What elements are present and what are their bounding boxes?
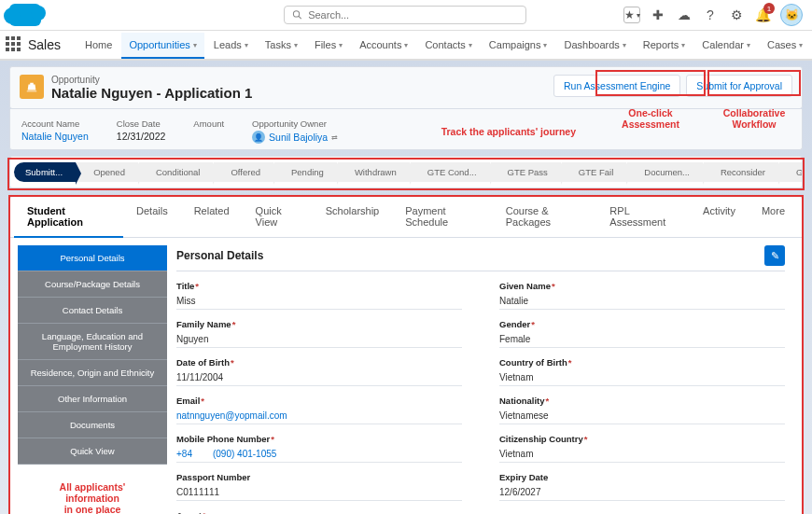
- form-area: Personal Details ✎ Title* Miss Given Nam…: [167, 245, 794, 514]
- user-avatar[interactable]: 🐱: [780, 4, 803, 26]
- salesforce-logo-icon: [9, 4, 41, 26]
- field-mobile: Mobile Phone Number* +84(090) 401-1055: [176, 434, 462, 463]
- path-stage-submitted[interactable]: Submitt...: [14, 162, 77, 182]
- tab-more[interactable]: More: [749, 197, 798, 237]
- record-header: Opportunity Natalie Nguyen - Application…: [9, 66, 803, 109]
- tab-quick-view[interactable]: Quick View: [243, 197, 313, 237]
- nav-campaigns[interactable]: Campaigns▾: [482, 33, 555, 57]
- field-gender: Gender* Female: [499, 319, 785, 348]
- tab-scholarship[interactable]: Scholarship: [313, 197, 392, 237]
- side-other-info[interactable]: Other Information: [18, 386, 167, 412]
- side-documents[interactable]: Documents: [18, 412, 167, 438]
- annotation-oneclick: One-click Assessment: [609, 107, 693, 130]
- annotation-allinfo: All applicants' information in one place: [18, 465, 167, 514]
- tab-details[interactable]: Details: [123, 197, 181, 237]
- side-personal-details[interactable]: Personal Details: [18, 245, 167, 271]
- side-quick-view[interactable]: Quick View: [18, 438, 167, 465]
- nav-home[interactable]: Home: [77, 33, 119, 57]
- change-owner-icon[interactable]: ⇄: [331, 133, 338, 142]
- path-stage-withdrawn[interactable]: Withdrawn: [338, 162, 411, 182]
- page-container: Opportunity Natalie Nguyen - Application…: [0, 61, 812, 514]
- cloud-icon[interactable]: ☁: [676, 7, 693, 23]
- nav-files[interactable]: Files▾: [307, 33, 350, 57]
- nav-accounts[interactable]: Accounts▾: [352, 33, 415, 57]
- record-header-wrap: Opportunity Natalie Nguyen - Application…: [9, 66, 803, 150]
- add-button[interactable]: ✚: [650, 7, 666, 23]
- svg-point-0: [293, 11, 299, 17]
- email-link[interactable]: natnnguyen@yopmail.com: [176, 408, 462, 424]
- record-name: Natalie Nguyen - Application 1: [51, 85, 252, 101]
- nav-dashboards[interactable]: Dashboards▾: [556, 33, 633, 57]
- path-stage-documen[interactable]: Documen...: [627, 162, 704, 182]
- detail-body: Personal Details Course/Package Details …: [10, 238, 802, 514]
- nav-opportunities[interactable]: Opportunities▾: [121, 33, 203, 59]
- tab-activity[interactable]: Activity: [690, 197, 749, 237]
- field-owner: Opportunity Owner 👤 Sunil Bajoliya ⇄: [252, 118, 338, 144]
- app-name: Sales: [28, 37, 61, 52]
- tab-related[interactable]: Related: [181, 197, 243, 237]
- path-stage-conditional[interactable]: Conditional: [139, 162, 215, 182]
- nav-calendar[interactable]: Calendar▾: [694, 33, 758, 57]
- field-amount: Amount: [193, 118, 224, 144]
- nav-items: Home Opportunities▾ Leads▾ Tasks▾ Files▾…: [77, 27, 812, 63]
- path-stage-gtefail[interactable]: GTE Fail: [562, 162, 627, 182]
- field-passport: Passport Number C0111111: [176, 472, 462, 501]
- global-search[interactable]: [284, 6, 526, 24]
- phone-cc[interactable]: +84: [176, 449, 192, 459]
- side-course-package[interactable]: Course/Package Details: [18, 271, 167, 298]
- record-type: Opportunity: [51, 75, 252, 85]
- field-citizenship: Citizenship Country* Vietnam: [499, 434, 785, 463]
- field-family-name: Family Name* Nguyen: [176, 319, 462, 348]
- opportunity-icon: [20, 75, 44, 99]
- nav-contacts[interactable]: Contacts▾: [417, 33, 479, 57]
- header-utilities: ★▾ ✚ ☁ ? ⚙ 🔔1 🐱: [623, 4, 803, 26]
- field-account-name: Account Name Natalie Nguyen: [21, 118, 89, 144]
- submit-approval-button[interactable]: Submit for Approval: [686, 75, 792, 97]
- owner-link[interactable]: Sunil Bajoliya: [269, 132, 328, 143]
- side-language-education[interactable]: Language, Education and Employment Histo…: [18, 324, 167, 360]
- annotation-journey: Track the applicants' journey: [441, 126, 576, 137]
- form-grid: Title* Miss Given Name* Natalie Family N…: [176, 281, 785, 514]
- field-email: Email* natnnguyen@yopmail.com: [176, 396, 462, 424]
- side-residence-origin[interactable]: Residence, Origin and Ethnicity: [18, 360, 167, 386]
- tab-payment-schedule[interactable]: Payment Schedule: [392, 197, 492, 237]
- edit-form-button[interactable]: ✎: [764, 245, 785, 266]
- record-title-block: Opportunity Natalie Nguyen - Application…: [51, 75, 252, 101]
- app-launcher-icon[interactable]: [6, 36, 21, 53]
- tab-course-packages[interactable]: Course & Packages: [493, 197, 597, 237]
- app-nav-bar: Sales Home Opportunities▾ Leads▾ Tasks▾ …: [0, 31, 812, 61]
- record-tabs: Student Application Details Related Quic…: [10, 197, 802, 238]
- search-input[interactable]: [308, 9, 518, 21]
- field-expiry: Expiry Date 12/6/2027: [499, 472, 785, 501]
- notification-badge: 1: [763, 3, 775, 14]
- nav-reports[interactable]: Reports▾: [636, 33, 693, 57]
- search-icon: [292, 9, 302, 21]
- notifications-bell-icon[interactable]: 🔔1: [754, 7, 771, 23]
- field-close-date: Close Date 12/31/2022: [117, 118, 166, 144]
- path-stage-offered[interactable]: Offered: [214, 162, 274, 182]
- field-dob: Date of Birth* 11/11/2004: [176, 357, 462, 386]
- nav-leads[interactable]: Leads▾: [206, 33, 256, 57]
- nav-cases[interactable]: Cases▾: [760, 33, 810, 57]
- header-actions: Run Assessment Engine Submit for Approva…: [553, 75, 792, 97]
- detail-panel: Student Application Details Related Quic…: [9, 196, 803, 514]
- path-stage-opened[interactable]: Opened: [77, 162, 139, 182]
- side-contact-details[interactable]: Contact Details: [18, 298, 167, 324]
- field-given-name: Given Name* Natalie: [499, 281, 785, 310]
- tab-rpl-assessment[interactable]: RPL Assessment: [596, 197, 690, 237]
- favorites-button[interactable]: ★▾: [623, 7, 640, 23]
- path-component: Submitt... Opened Conditional Offered Pe…: [9, 156, 803, 188]
- settings-gear-icon[interactable]: ⚙: [728, 7, 745, 23]
- path-stage-reconsider[interactable]: Reconsider: [704, 162, 779, 182]
- nav-tasks[interactable]: Tasks▾: [258, 33, 305, 57]
- field-agent: Agent* Test Girikon28: [176, 510, 462, 514]
- phone-link[interactable]: (090) 401-1055: [213, 449, 276, 459]
- tab-student-application[interactable]: Student Application: [14, 197, 123, 238]
- run-assessment-button[interactable]: Run Assessment Engine: [553, 75, 680, 97]
- help-icon[interactable]: ?: [702, 7, 719, 23]
- path-stage-gtecond[interactable]: GTE Cond...: [411, 162, 491, 182]
- path-stage-pending[interactable]: Pending: [274, 162, 338, 182]
- annotation-collab: Collaborative Workflow: [711, 107, 797, 130]
- account-name-link[interactable]: Natalie Nguyen: [21, 131, 89, 142]
- path-stage-gtepass[interactable]: GTE Pass: [491, 162, 562, 182]
